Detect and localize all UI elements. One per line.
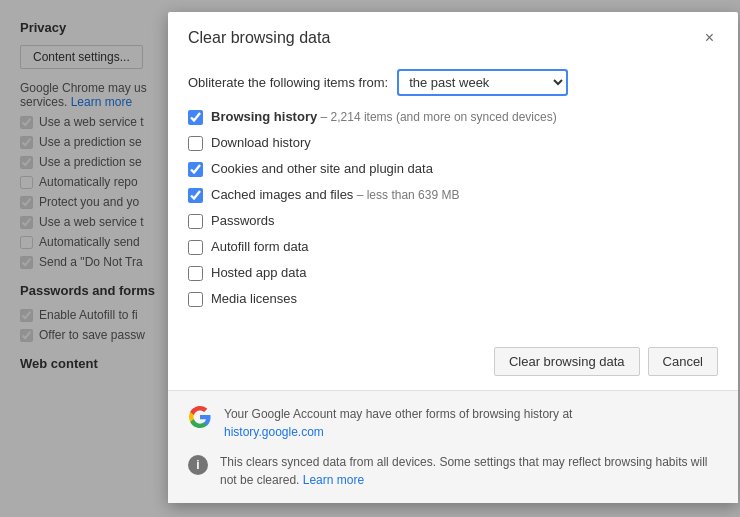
checkbox-list: Browsing history – 2,214 items (and more… bbox=[188, 109, 718, 307]
passwords-item: Passwords bbox=[188, 213, 718, 229]
synced-data-text: This clears synced data from all devices… bbox=[220, 453, 718, 489]
passwords-checkbox[interactable] bbox=[188, 214, 203, 229]
clear-browsing-data-dialog: Clear browsing data × Obliterate the fol… bbox=[168, 12, 738, 503]
info-icon: i bbox=[188, 455, 208, 475]
history-google-link[interactable]: history.google.com bbox=[224, 425, 324, 439]
dialog-body: Obliterate the following items from: the… bbox=[168, 58, 738, 339]
download-history-checkbox[interactable] bbox=[188, 136, 203, 151]
info-section: Your Google Account may have other forms… bbox=[168, 390, 738, 503]
download-history-label: Download history bbox=[211, 135, 311, 150]
google-account-text: Your Google Account may have other forms… bbox=[224, 405, 572, 441]
learn-more-link[interactable]: Learn more bbox=[303, 473, 364, 487]
hosted-app-checkbox[interactable] bbox=[188, 266, 203, 281]
cookies-checkbox[interactable] bbox=[188, 162, 203, 177]
time-range-select[interactable]: the past hour the past day the past week… bbox=[398, 70, 567, 95]
autofill-label: Autofill form data bbox=[211, 239, 309, 254]
synced-description: This clears synced data from all devices… bbox=[220, 455, 708, 487]
close-button[interactable]: × bbox=[701, 28, 718, 48]
passwords-label: Passwords bbox=[211, 213, 275, 228]
cancel-button[interactable]: Cancel bbox=[648, 347, 718, 376]
browsing-history-checkbox[interactable] bbox=[188, 110, 203, 125]
autofill-item: Autofill form data bbox=[188, 239, 718, 255]
dialog-header: Clear browsing data × bbox=[168, 12, 738, 58]
google-icon bbox=[188, 405, 212, 429]
browsing-history-item: Browsing history – 2,214 items (and more… bbox=[188, 109, 718, 125]
download-history-item: Download history bbox=[188, 135, 718, 151]
synced-data-row: i This clears synced data from all devic… bbox=[188, 453, 718, 489]
dialog-title: Clear browsing data bbox=[188, 29, 330, 47]
clear-browsing-data-button[interactable]: Clear browsing data bbox=[494, 347, 640, 376]
autofill-checkbox[interactable] bbox=[188, 240, 203, 255]
cookies-label: Cookies and other site and plugin data bbox=[211, 161, 433, 176]
cookies-item: Cookies and other site and plugin data bbox=[188, 161, 718, 177]
cached-images-label: Cached images and files – less than 639 … bbox=[211, 187, 459, 202]
cached-images-item: Cached images and files – less than 639 … bbox=[188, 187, 718, 203]
cached-images-checkbox[interactable] bbox=[188, 188, 203, 203]
google-account-row: Your Google Account may have other forms… bbox=[188, 405, 718, 441]
media-licenses-checkbox[interactable] bbox=[188, 292, 203, 307]
time-range-row: Obliterate the following items from: the… bbox=[188, 70, 718, 95]
hosted-app-item: Hosted app data bbox=[188, 265, 718, 281]
dialog-footer: Clear browsing data Cancel bbox=[168, 339, 738, 390]
browsing-history-label: Browsing history – 2,214 items (and more… bbox=[211, 109, 557, 124]
media-licenses-label: Media licenses bbox=[211, 291, 297, 306]
obliterate-label: Obliterate the following items from: bbox=[188, 75, 388, 90]
google-account-description: Your Google Account may have other forms… bbox=[224, 407, 572, 421]
hosted-app-label: Hosted app data bbox=[211, 265, 306, 280]
media-licenses-item: Media licenses bbox=[188, 291, 718, 307]
